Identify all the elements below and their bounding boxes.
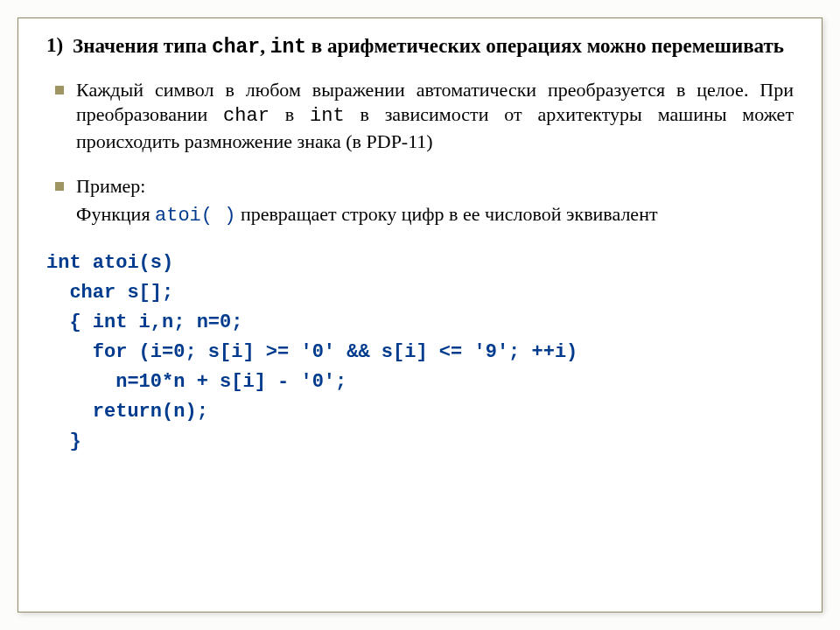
- code-l2: char s[];: [46, 282, 173, 304]
- heading-prefix: Значения типа: [73, 35, 212, 57]
- code-l4: for (i=0; s[i] >= '0' && s[i] <= '9'; ++…: [46, 341, 578, 363]
- bullet-1: Каждый символ в любом выражении автомати…: [53, 78, 794, 155]
- bullet1-p2: в: [270, 103, 310, 125]
- code-l7: }: [46, 430, 81, 452]
- bullet2-label: Пример:: [76, 175, 145, 197]
- code-l6: return(n);: [46, 401, 208, 423]
- bullet1-code-int: int: [310, 105, 345, 127]
- bullet2-subline: Функция atoi( ) превращает строку цифр в…: [76, 202, 794, 229]
- bullet1-code-char: char: [223, 105, 270, 127]
- bullet2-sub-p1: Функция: [76, 203, 155, 225]
- heading-text: Значения типа char, int в арифметических…: [73, 34, 794, 60]
- slide-frame: 1) Значения типа char, int в арифметичес…: [18, 18, 822, 612]
- bullet2-sub-p2: превращает строку цифр в ее числовой экв…: [235, 203, 657, 225]
- heading-suffix: в арифметических операциях можно перемеш…: [306, 35, 784, 57]
- code-l3: { int i,n; n=0;: [46, 312, 242, 333]
- heading-mid: ,: [260, 35, 270, 57]
- code-l1: int atoi(s): [46, 252, 173, 274]
- heading: 1) Значения типа char, int в арифметичес…: [46, 34, 794, 60]
- heading-code-int: int: [270, 36, 306, 59]
- heading-code-char: char: [212, 36, 260, 59]
- heading-number: 1): [46, 34, 73, 57]
- code-l5: n=10*n + s[i] - '0';: [46, 371, 346, 393]
- bullet2-code-atoi: atoi( ): [155, 205, 235, 227]
- bullet-list: Каждый символ в любом выражении автомати…: [46, 78, 794, 199]
- code-block: int atoi(s) char s[]; { int i,n; n=0; fo…: [46, 248, 794, 458]
- bullet-2: Пример:: [53, 174, 794, 200]
